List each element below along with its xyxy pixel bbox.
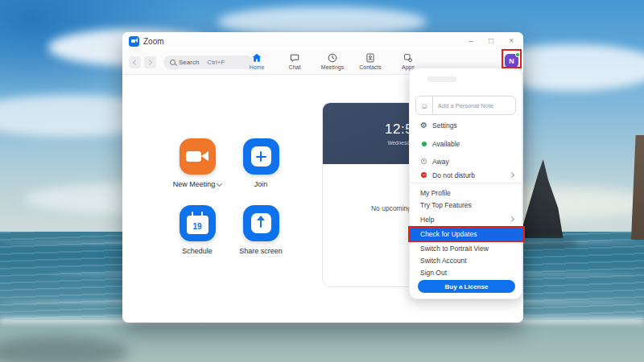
clock-icon — [327, 52, 338, 64]
apps-icon — [402, 52, 414, 64]
smiley-icon: ☺ — [416, 97, 433, 114]
tab-label: Chat — [289, 64, 301, 70]
buy-a-license-button[interactable]: Buy a License — [418, 280, 515, 293]
zoom-logo-icon — [129, 36, 139, 47]
arrow-up-icon — [243, 205, 279, 241]
tab-chat[interactable]: Chat — [281, 52, 308, 70]
blurred-user-name — [427, 76, 456, 82]
title-bar: Zoom – □ × — [122, 32, 523, 50]
minimize-button[interactable]: – — [469, 32, 474, 50]
menu-item-check-for-updates[interactable]: Check for Updates — [408, 226, 525, 242]
available-status-icon — [420, 142, 427, 146]
join-button[interactable]: Join — [229, 138, 293, 190]
window-title: Zoom — [143, 37, 164, 46]
chevron-left-icon — [133, 60, 138, 65]
nav-left: Search Ctrl+F — [129, 56, 254, 69]
tab-contacts[interactable]: Contacts — [357, 52, 384, 70]
calendar-icon: 19 — [180, 205, 216, 241]
tab-label: Home — [250, 64, 265, 70]
away-status-icon — [420, 158, 427, 164]
action-label: Share screen — [239, 247, 283, 255]
menu-separator — [410, 183, 522, 183]
maximize-button[interactable]: □ — [489, 32, 493, 50]
share-screen-button[interactable]: Share screen — [229, 205, 293, 257]
tab-label: Meetings — [321, 64, 344, 70]
tab-home[interactable]: Home — [243, 52, 270, 70]
gear-icon: ⚙ — [420, 121, 427, 129]
nav-tabs: Home Chat Meetings Contacts Apps — [243, 52, 422, 70]
forward-button[interactable] — [144, 56, 156, 68]
menu-item-sign-out[interactable]: Sign Out — [410, 266, 522, 278]
menu-item-switch-account[interactable]: Switch Account — [410, 254, 522, 266]
close-button[interactable]: × — [509, 32, 514, 50]
search-icon — [170, 60, 175, 65]
action-label: Join — [254, 180, 268, 188]
action-label: New Meeting — [173, 180, 222, 188]
personal-note-input[interactable]: ☺ — [415, 96, 516, 115]
tab-label: Contacts — [359, 64, 382, 70]
plus-icon — [243, 138, 279, 175]
menu-item-help[interactable]: Help — [410, 213, 522, 225]
chevron-right-icon — [509, 216, 514, 222]
back-button[interactable] — [129, 56, 141, 68]
chevron-down-icon[interactable] — [217, 180, 222, 186]
avatar-highlight-annotation — [502, 49, 522, 68]
video-camera-icon — [180, 138, 216, 175]
search-placeholder: Search — [179, 59, 199, 66]
menu-item-my-profile[interactable]: My Profile — [410, 187, 522, 199]
new-meeting-button[interactable]: New Meeting — [165, 138, 229, 190]
search-input[interactable]: Search Ctrl+F — [163, 56, 254, 69]
home-icon — [251, 52, 262, 64]
action-label: Schedule — [182, 247, 213, 255]
schedule-button[interactable]: 19 Schedule — [165, 205, 229, 257]
tab-meetings[interactable]: Meetings — [319, 52, 346, 70]
search-shortcut: Ctrl+F — [207, 59, 225, 66]
menu-item-try-top-features[interactable]: Try Top Features — [410, 199, 522, 211]
personal-note-field[interactable] — [433, 102, 515, 109]
contact-card-icon — [365, 52, 376, 64]
window-controls: – □ × — [469, 32, 517, 50]
calendar-day: 19 — [192, 222, 201, 231]
chevron-right-icon — [509, 172, 514, 178]
menu-item-switch-to-portrait-view[interactable]: Switch to Portrait View — [410, 242, 522, 254]
rock-reflection — [522, 238, 578, 249]
dnd-status-icon — [420, 172, 427, 178]
chevron-right-icon — [147, 60, 152, 65]
menu-item-do-not-disturb[interactable]: Do not disturb — [410, 169, 522, 181]
menu-item-available[interactable]: Available — [410, 138, 522, 150]
profile-menu: ☺ ⚙ Settings Available Away Do not distu… — [409, 68, 522, 299]
menu-item-settings[interactable]: ⚙ Settings — [410, 119, 522, 131]
chat-icon — [289, 52, 300, 64]
menu-item-away[interactable]: Away — [410, 155, 522, 167]
